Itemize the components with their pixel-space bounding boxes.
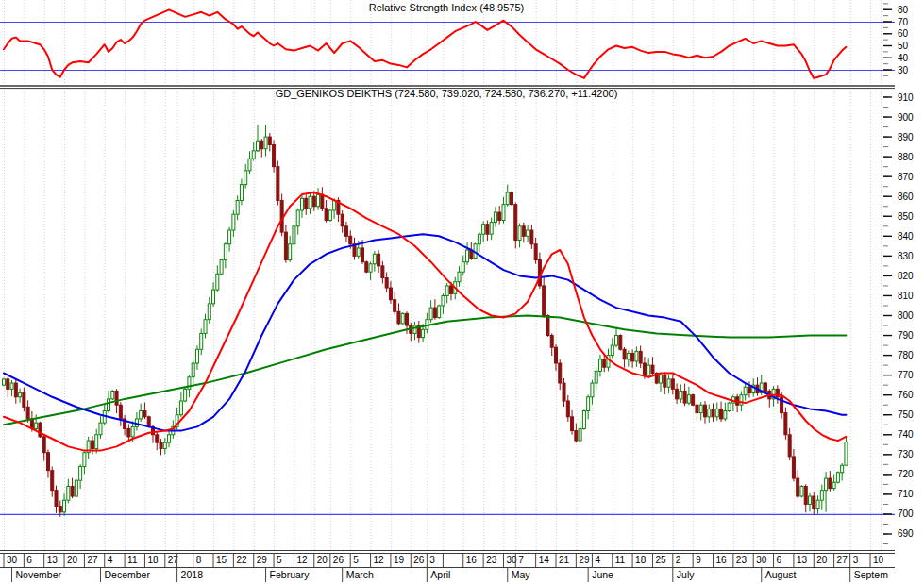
stock-chart-window: 8070605040309109008908808708608508408308… xyxy=(0,0,924,584)
down-candle-body xyxy=(389,288,392,300)
week-label: 19 xyxy=(394,555,405,565)
down-candle-body xyxy=(514,205,517,241)
down-candle-body xyxy=(563,383,565,401)
up-candle-body xyxy=(647,365,650,375)
up-candle-body xyxy=(482,225,485,235)
up-candle-body xyxy=(200,333,203,349)
candlesticks xyxy=(3,125,848,516)
up-candle-body xyxy=(328,210,331,221)
panel-separators xyxy=(0,86,895,568)
up-candle-body xyxy=(809,496,812,504)
up-candle-body xyxy=(494,212,496,223)
svg-text:910: 910 xyxy=(898,92,914,103)
up-candle-body xyxy=(252,151,255,159)
up-candle-body xyxy=(429,308,432,320)
down-candle-body xyxy=(554,347,557,363)
up-candle-body xyxy=(724,411,727,419)
up-candle-body xyxy=(10,383,13,389)
svg-text:720: 720 xyxy=(898,469,914,479)
month-label: November xyxy=(16,569,62,580)
up-candle-body xyxy=(192,363,194,377)
svg-text:830: 830 xyxy=(898,251,914,261)
down-candle-body xyxy=(543,286,546,316)
up-candle-body xyxy=(232,214,235,230)
up-candle-body xyxy=(163,442,166,448)
down-candle-body xyxy=(486,225,489,235)
up-candle-body xyxy=(293,226,295,244)
up-candle-body xyxy=(195,349,198,363)
up-candle-body xyxy=(244,171,247,185)
up-candle-body xyxy=(228,230,231,244)
svg-text:760: 760 xyxy=(898,390,914,400)
week-label: 18 xyxy=(635,555,647,565)
up-candle-body xyxy=(236,200,239,214)
up-candle-body xyxy=(83,453,86,467)
week-label: 11 xyxy=(615,555,626,565)
up-candle-body xyxy=(518,226,521,241)
month-label: July xyxy=(677,569,695,580)
down-candle-body xyxy=(623,349,626,359)
month-label: May xyxy=(512,569,531,580)
instrument-title: GD_GENIKOS DEIKTHS (724.580, 739.020, 72… xyxy=(276,88,618,99)
week-label: 2 xyxy=(676,555,681,565)
svg-text:750: 750 xyxy=(898,409,914,420)
svg-text:860: 860 xyxy=(898,192,914,202)
month-label: 2018 xyxy=(181,569,204,580)
down-candle-body xyxy=(115,391,118,405)
down-candle-body xyxy=(498,212,501,220)
down-candle-body xyxy=(365,262,368,273)
svg-text:690: 690 xyxy=(898,528,914,539)
up-candle-body xyxy=(204,320,207,334)
up-candle-body xyxy=(95,435,98,449)
week-label: 3 xyxy=(429,555,435,565)
week-label: 30 xyxy=(756,555,767,565)
week-label: 5 xyxy=(353,555,359,565)
down-candle-body xyxy=(361,248,364,262)
up-candle-body xyxy=(19,393,22,397)
up-candle-body xyxy=(264,137,267,149)
up-candle-body xyxy=(131,426,134,437)
up-candle-body xyxy=(3,379,6,385)
down-candle-body xyxy=(522,226,525,237)
up-candle-body xyxy=(212,290,215,304)
week-label: 10 xyxy=(873,555,884,565)
down-candle-body xyxy=(55,491,58,507)
up-candle-body xyxy=(820,491,823,501)
up-candle-body xyxy=(667,379,670,387)
down-candle-body xyxy=(530,230,533,244)
down-candle-body xyxy=(720,409,723,419)
up-candle-body xyxy=(63,500,66,512)
up-candle-body xyxy=(635,351,638,361)
month-label: August xyxy=(765,569,797,580)
down-candle-body xyxy=(321,194,324,209)
down-candle-body xyxy=(127,428,130,436)
week-label: 4 xyxy=(595,555,600,565)
price-axis: 9109008908808708608508408308208108007907… xyxy=(883,92,914,544)
down-candle-body xyxy=(344,226,347,237)
week-label: 20 xyxy=(816,555,828,565)
up-candle-body xyxy=(35,423,38,428)
up-candle-body xyxy=(708,409,711,416)
up-candle-body xyxy=(816,500,819,508)
up-candle-body xyxy=(462,262,464,273)
month-label: June xyxy=(592,569,613,580)
down-candle-body xyxy=(378,254,380,266)
up-candle-body xyxy=(687,395,690,403)
week-label: 6 xyxy=(26,555,32,565)
down-candle-body xyxy=(14,383,17,397)
ma-slow-line xyxy=(4,316,846,425)
week-label: 12 xyxy=(296,555,308,565)
down-candle-body xyxy=(813,496,815,509)
up-candle-body xyxy=(79,466,82,480)
week-label: 27 xyxy=(87,555,98,565)
svg-text:710: 710 xyxy=(898,489,914,499)
week-label: 25 xyxy=(655,555,666,565)
up-candle-body xyxy=(67,486,70,500)
up-candle-body xyxy=(836,473,839,483)
up-candle-body xyxy=(740,395,743,406)
up-candle-body xyxy=(490,223,493,235)
up-candle-body xyxy=(598,359,601,372)
svg-text:30: 30 xyxy=(898,65,909,75)
svg-text:840: 840 xyxy=(898,231,914,242)
down-candle-body xyxy=(703,405,706,417)
